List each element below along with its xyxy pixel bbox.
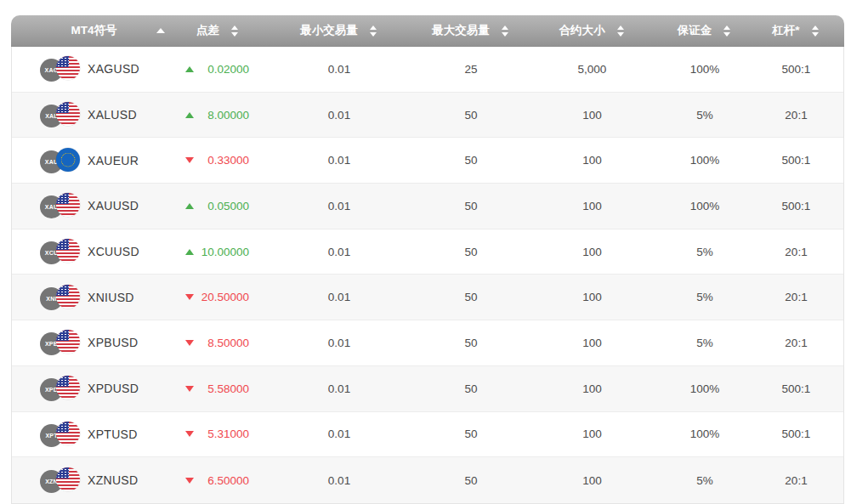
triangle-up-icon xyxy=(185,66,194,72)
spread-cell: 0.33000 xyxy=(178,154,258,167)
spread-value: 20.50000 xyxy=(198,291,249,303)
column-header-max_volume[interactable]: 最大交易量 xyxy=(419,15,521,46)
column-header-label: 杠杆* xyxy=(772,23,799,38)
contract-size-cell: 5,000 xyxy=(522,63,662,76)
max-volume-cell: 50 xyxy=(420,200,522,212)
spread-cell: 0.02000 xyxy=(178,63,258,76)
triangle-down-icon xyxy=(185,294,194,300)
table-body: XAG XAGUSD 0.02000 0.01 25 5,000 100% 50… xyxy=(11,47,844,504)
spread-cell: 5.58000 xyxy=(178,382,258,395)
contract-size-cell: 100 xyxy=(522,154,662,167)
contract-size-cell: 100 xyxy=(522,428,662,440)
spread-value: 10.00000 xyxy=(198,246,249,258)
max-volume-cell: 50 xyxy=(420,337,522,349)
leverage-cell: 20:1 xyxy=(747,109,845,122)
leverage-cell: 500:1 xyxy=(747,200,845,212)
instrument-badge: XAU xyxy=(40,193,80,218)
symbol-label: XPBUSD xyxy=(88,336,138,349)
us-flag-icon xyxy=(56,239,80,263)
spread-cell: 10.00000 xyxy=(178,246,258,258)
us-flag-icon xyxy=(56,330,80,354)
instrument-badge: XPT xyxy=(40,422,80,447)
table-row-xznusd[interactable]: XZN XZNUSD 6.50000 0.01 50 100 5% 20:1 xyxy=(12,457,843,503)
spread-value: 0.33000 xyxy=(198,154,249,167)
table-row-xpbusd[interactable]: XPB XPBUSD 8.50000 0.01 50 100 5% 20:1 xyxy=(12,320,843,366)
contract-size-cell: 100 xyxy=(522,109,662,122)
symbol-label: XPDUSD xyxy=(88,382,139,395)
column-header-leverage[interactable]: 杠杆* xyxy=(746,15,844,46)
contract-size-cell: 100 xyxy=(522,200,662,212)
table-row-xaueur[interactable]: XAU XAUEUR 0.33000 0.01 50 100 100% 500:… xyxy=(12,138,843,184)
symbol-cell: XAU XAUEUR xyxy=(12,148,178,173)
min-volume-cell: 0.01 xyxy=(258,428,420,440)
spread-cell: 20.50000 xyxy=(178,291,258,303)
symbol-cell: XAG XAGUSD xyxy=(12,56,178,82)
spread-value: 0.05000 xyxy=(198,200,249,212)
table-header: MT4符号 点差 最小交易量 最大交易量 合约大小 保证金 杠杆* xyxy=(11,15,844,47)
leverage-cell: 20:1 xyxy=(747,246,845,258)
symbol-label: XPTUSD xyxy=(88,428,138,441)
column-header-label: 最小交易量 xyxy=(300,23,358,38)
leverage-cell: 500:1 xyxy=(747,154,845,167)
max-volume-cell: 50 xyxy=(420,291,522,303)
spread-value: 5.31000 xyxy=(198,428,249,440)
symbol-cell: XAL XALUSD xyxy=(12,102,178,127)
min-volume-cell: 0.01 xyxy=(258,337,420,349)
column-header-label: MT4符号 xyxy=(71,23,117,38)
triangle-up-icon xyxy=(185,249,194,255)
leverage-cell: 20:1 xyxy=(747,337,845,349)
sort-both-icon xyxy=(231,25,238,37)
symbol-label: XAGUSD xyxy=(88,62,139,76)
us-flag-icon xyxy=(56,102,80,126)
eu-flag-icon xyxy=(56,148,80,172)
column-header-symbol[interactable]: MT4符号 xyxy=(11,15,177,46)
max-volume-cell: 50 xyxy=(420,246,522,258)
triangle-down-icon xyxy=(185,386,194,392)
margin-cell: 5% xyxy=(662,474,747,487)
contract-size-cell: 100 xyxy=(522,291,662,303)
spread-value: 8.50000 xyxy=(198,337,249,349)
margin-cell: 100% xyxy=(662,63,747,76)
min-volume-cell: 0.01 xyxy=(258,63,420,76)
table-row-xniusd[interactable]: XNI XNIUSD 20.50000 0.01 50 100 5% 20:1 xyxy=(12,275,843,320)
margin-cell: 100% xyxy=(662,200,747,212)
min-volume-cell: 0.01 xyxy=(258,154,420,167)
column-header-min_volume[interactable]: 最小交易量 xyxy=(258,15,419,46)
triangle-down-icon xyxy=(185,478,194,484)
sort-both-icon xyxy=(502,25,508,37)
column-header-spread[interactable]: 点差 xyxy=(177,15,258,46)
column-header-margin[interactable]: 保证金 xyxy=(661,15,746,46)
triangle-up-icon xyxy=(185,203,194,209)
table-row-xalusd[interactable]: XAL XALUSD 8.00000 0.01 50 100 5% 20:1 xyxy=(12,93,843,139)
column-header-contract_size[interactable]: 合约大小 xyxy=(521,15,661,46)
symbol-cell: XPT XPTUSD xyxy=(12,422,178,447)
leverage-cell: 20:1 xyxy=(747,474,845,487)
table-row-xagusd[interactable]: XAG XAGUSD 0.02000 0.01 25 5,000 100% 50… xyxy=(12,47,843,93)
spread-cell: 8.00000 xyxy=(178,109,258,122)
table-row-xptusd[interactable]: XPT XPTUSD 5.31000 0.01 50 100 100% 500:… xyxy=(12,412,843,458)
spread-value: 8.00000 xyxy=(198,109,249,122)
margin-cell: 100% xyxy=(662,154,747,167)
instrument-badge: XPB xyxy=(40,330,80,355)
table-row-xcuusd[interactable]: XCU XCUUSD 10.00000 0.01 50 100 5% 20:1 xyxy=(12,229,843,275)
symbol-label: XNIUSD xyxy=(88,291,134,304)
contract-size-cell: 100 xyxy=(522,382,662,395)
margin-cell: 5% xyxy=(662,337,747,349)
instrument-badge: XCU xyxy=(40,239,80,264)
column-header-label: 保证金 xyxy=(678,23,712,38)
instrument-badge: XAU xyxy=(40,148,80,173)
leverage-cell: 500:1 xyxy=(747,382,845,395)
margin-cell: 5% xyxy=(662,291,747,303)
max-volume-cell: 50 xyxy=(420,109,522,122)
spread-cell: 8.50000 xyxy=(178,337,258,349)
us-flag-icon xyxy=(56,422,80,445)
us-flag-icon xyxy=(56,56,80,80)
margin-cell: 100% xyxy=(662,428,747,440)
table-row-xpdusd[interactable]: XPD XPDUSD 5.58000 0.01 50 100 100% 500:… xyxy=(12,366,843,412)
symbol-label: XAUUSD xyxy=(88,199,139,212)
spread-cell: 0.05000 xyxy=(178,200,258,212)
max-volume-cell: 50 xyxy=(420,154,522,167)
leverage-cell: 20:1 xyxy=(747,291,845,303)
instrument-badge: XAG xyxy=(40,56,80,82)
table-row-xauusd[interactable]: XAU XAUUSD 0.05000 0.01 50 100 100% 500:… xyxy=(12,184,843,229)
